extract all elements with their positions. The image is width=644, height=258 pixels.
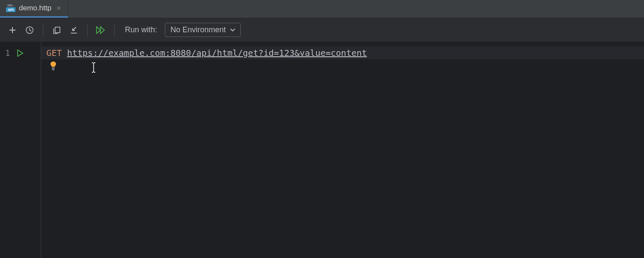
history-button[interactable] xyxy=(22,23,37,37)
toolbar-separator xyxy=(114,24,115,36)
api-file-icon: API xyxy=(6,4,15,12)
gutter: 1 xyxy=(0,42,41,258)
toolbar-separator xyxy=(87,24,88,36)
import-icon xyxy=(70,26,78,34)
gutter-row: 1 xyxy=(0,46,41,59)
tab-filename: demo.http xyxy=(19,4,52,12)
examples-button[interactable] xyxy=(49,23,64,37)
environment-select[interactable]: No Environment xyxy=(165,23,241,37)
chevron-down-icon xyxy=(230,28,235,32)
editor[interactable]: 1 GET https://example.com:8080/api/html/… xyxy=(0,42,644,258)
svg-rect-3 xyxy=(55,27,60,33)
lightbulb-icon xyxy=(50,61,57,71)
close-icon[interactable]: × xyxy=(55,4,63,12)
http-url: https://example.com:8080/api/html/get?id… xyxy=(67,48,367,58)
code-area[interactable]: GET https://example.com:8080/api/html/ge… xyxy=(41,42,644,258)
run-with-label: Run with: xyxy=(125,25,157,34)
clock-icon xyxy=(25,26,34,34)
copy-icon xyxy=(52,26,61,34)
intention-bulb[interactable] xyxy=(50,61,57,71)
plus-icon xyxy=(9,26,16,34)
svg-rect-5 xyxy=(52,69,55,70)
svg-rect-4 xyxy=(52,68,55,68)
line-number: 1 xyxy=(5,48,11,58)
toolbar: Run with: No Environment xyxy=(0,18,644,42)
run-all-icon xyxy=(96,26,106,34)
file-tab[interactable]: API demo.http × xyxy=(0,0,68,18)
run-icon[interactable] xyxy=(17,49,24,57)
text-cursor xyxy=(91,62,97,75)
caret-icon xyxy=(91,62,97,73)
run-all-button[interactable] xyxy=(94,23,108,37)
space xyxy=(62,48,67,58)
tab-bar: API demo.http × xyxy=(0,0,644,18)
code-line[interactable]: GET https://example.com:8080/api/html/ge… xyxy=(41,46,644,59)
svg-rect-6 xyxy=(52,70,55,70)
import-button[interactable] xyxy=(67,23,81,37)
toolbar-separator xyxy=(43,24,43,36)
http-method: GET xyxy=(46,48,62,58)
svg-text:API: API xyxy=(8,8,14,12)
add-button[interactable] xyxy=(5,23,20,37)
environment-value: No Environment xyxy=(170,25,226,34)
